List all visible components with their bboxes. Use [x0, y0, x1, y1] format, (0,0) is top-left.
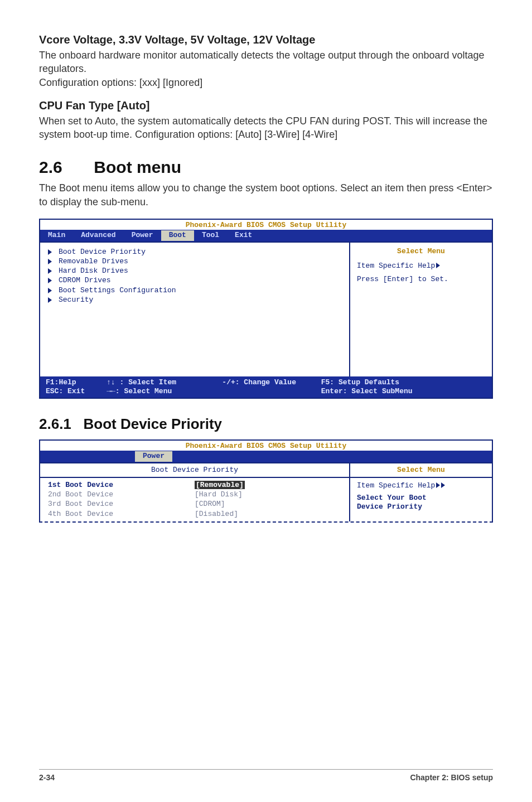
arrow-icon — [48, 259, 52, 264]
row-value: [Disabled] — [195, 510, 341, 519]
subsection-title: Boot Device Priority — [84, 416, 223, 432]
row-value: [Removable] — [195, 481, 245, 489]
tab-power[interactable]: Power — [124, 230, 161, 240]
tab-tool[interactable]: Tool — [194, 230, 227, 240]
item-hint: Press [Enter] to Set. — [357, 275, 485, 284]
item-help-label: Item Specific Help — [357, 262, 485, 270]
subsection-heading: 2.6.1 Boot Device Priority — [39, 416, 493, 433]
cpufan-para: When set to Auto, the system automatical… — [39, 114, 493, 142]
f5-defaults: F5: Setup Defaults — [321, 378, 399, 386]
bios1-right-panel: Select Menu Item Specific Help Press [En… — [350, 243, 492, 376]
bios2-right-panel: Select Menu Item Specific Help Select Yo… — [350, 463, 492, 521]
page-num: 2-34 — [39, 773, 55, 782]
enter-submenu: Enter: Select SubMenu — [321, 387, 413, 395]
item-label: Removable Drives — [59, 257, 128, 266]
select-menu-hint: →←: Select Menu — [107, 387, 172, 395]
item-label: CDROM Drives — [59, 276, 111, 285]
row-label: 3rd Boot Device — [48, 500, 195, 509]
item-hint2: Device Priority — [357, 503, 485, 511]
item-hint1: Select Your Boot — [357, 494, 485, 503]
bios-boot-menu: Phoenix-Award BIOS CMOS Setup Utility Ma… — [39, 219, 493, 399]
page-footer: 2-34 Chapter 2: BIOS setup — [39, 769, 493, 782]
bios1-title: Phoenix-Award BIOS CMOS Setup Utility — [40, 220, 492, 230]
vcore-opts: Configuration options: [xxx] [Ignored] — [39, 77, 202, 88]
vcore-para: The onboard hardware monitor automatical… — [39, 49, 493, 89]
bios1-tabs: MainAdvancedPowerBootToolExit — [40, 230, 492, 241]
esc-exit: ESC: Exit — [46, 387, 85, 395]
panel-title: Boot Device Priority — [40, 463, 349, 478]
item-label: Boot Settings Configuration — [59, 286, 176, 295]
arrow-icon — [48, 249, 52, 255]
item-boot-settings-config[interactable]: Boot Settings Configuration — [48, 286, 341, 295]
change-value-hint: -/+: Change Value — [222, 378, 296, 386]
bios1-footer: F1:Help ↑↓ : Select Item ESC: Exit →←: S… — [40, 376, 492, 398]
item-boot-device-priority[interactable]: Boot Device Priority — [48, 248, 341, 257]
vcore-text: The onboard hardware monitor automatical… — [39, 50, 485, 74]
arrow-icon — [48, 268, 52, 274]
item-removable-drives[interactable]: Removable Drives — [48, 257, 341, 266]
row-4th-boot[interactable]: 4th Boot Device [Disabled] — [40, 510, 349, 519]
row-1st-boot[interactable]: 1st Boot Device [Removable] — [40, 481, 349, 490]
arrow-icon — [48, 288, 52, 293]
item-hard-disk-drives[interactable]: Hard Disk Drives — [48, 267, 341, 276]
row-value: [Hard Disk] — [195, 490, 341, 499]
section-heading: 2.6 Boot menu — [39, 158, 493, 177]
bios-boot-device-priority: Phoenix-Award BIOS CMOS Setup Utility Po… — [39, 439, 493, 523]
row-label: 1st Boot Device — [48, 481, 195, 490]
cpufan-heading: CPU Fan Type [Auto] — [39, 99, 493, 112]
arrow-icon — [48, 297, 52, 303]
select-menu-label: Select Menu — [357, 247, 485, 256]
arrow-icon — [441, 482, 445, 488]
row-label: 4th Boot Device — [48, 510, 195, 519]
tab-advanced[interactable]: Advanced — [73, 230, 123, 240]
vcore-heading: Vcore Voltage, 3.3V Voltage, 5V Voltage,… — [39, 33, 493, 46]
row-label: 2nd Boot Device — [48, 490, 195, 499]
chapter-label: Chapter 2: BIOS setup — [410, 773, 493, 782]
item-security[interactable]: Security — [48, 296, 341, 305]
item-cdrom-drives[interactable]: CDROM Drives — [48, 276, 341, 285]
arrow-icon — [436, 482, 440, 488]
item-label: Boot Device Priority — [59, 248, 146, 257]
item-label: Hard Disk Drives — [59, 267, 128, 276]
arrow-icon — [48, 278, 52, 283]
bios1-left-panel: Boot Device Priority Removable Drives Ha… — [40, 243, 350, 376]
bios2-title: Phoenix-Award BIOS CMOS Setup Utility — [40, 441, 492, 451]
tab-main[interactable]: Main — [40, 230, 73, 240]
section-intro: The Boot menu items allow you to change … — [39, 181, 493, 209]
tab-power[interactable]: Power — [135, 451, 172, 461]
tab-exit[interactable]: Exit — [227, 230, 260, 240]
section-title: Boot menu — [94, 158, 181, 176]
subsection-num: 2.6.1 — [39, 416, 71, 432]
row-value: [CDROM] — [195, 500, 341, 509]
item-help-label: Item Specific Help — [357, 481, 485, 490]
item-label: Security — [59, 296, 93, 305]
select-menu-label: Select Menu — [350, 463, 492, 478]
row-3rd-boot[interactable]: 3rd Boot Device [CDROM] — [40, 500, 349, 509]
arrow-icon — [436, 263, 440, 268]
row-2nd-boot[interactable]: 2nd Boot Device [Hard Disk] — [40, 490, 349, 499]
f1-help: F1:Help — [46, 378, 76, 386]
tab-boot[interactable]: Boot — [161, 230, 194, 240]
select-item-hint: ↑↓ : Select Item — [107, 378, 176, 386]
bios2-tabs: Power — [40, 451, 492, 462]
section-num: 2.6 — [39, 158, 89, 177]
